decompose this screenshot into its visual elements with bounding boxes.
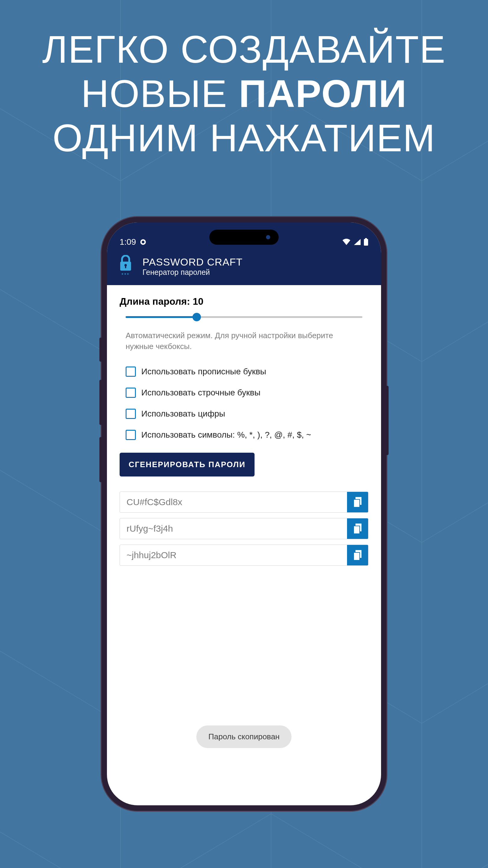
results-list: CU#fC$Gdl8x rUfyg~f3j4h ~jhhuj2bOlR <box>120 492 368 566</box>
svg-rect-12 <box>354 553 360 560</box>
checkbox-box[interactable] <box>126 430 136 440</box>
signal-icon <box>353 239 361 246</box>
checkbox-label: Использовать строчные буквы <box>141 388 261 398</box>
phone-power-button <box>386 386 389 455</box>
phone-volume-down <box>99 437 102 482</box>
headline-line-2: НОВЫЕ ПАРОЛИ <box>0 71 488 116</box>
copy-icon <box>352 496 363 508</box>
result-password[interactable]: rUfyg~f3j4h <box>120 518 347 539</box>
battery-icon <box>364 238 368 246</box>
wifi-icon <box>342 239 351 246</box>
svg-rect-6 <box>125 266 126 268</box>
promo-headline: ЛЕГКО СОЗДАВАЙТЕ НОВЫЕ ПАРОЛИ ОДНИМ НАЖА… <box>0 27 488 160</box>
status-app-icon <box>140 239 147 245</box>
generate-button[interactable]: СГЕНЕРИРОВАТЬ ПАРОЛИ <box>120 453 255 476</box>
headline-line-1: ЛЕГКО СОЗДАВАЙТЕ <box>0 27 488 71</box>
svg-rect-3 <box>364 239 368 246</box>
toast-notification: Пароль скопирован <box>196 725 292 748</box>
app-header: *** PASSWORD CRAFT Генератор паролей <box>107 253 381 285</box>
app-subtitle: Генератор паролей <box>142 268 243 277</box>
checkbox-lowercase[interactable]: Использовать строчные буквы <box>120 382 368 403</box>
result-row: CU#fC$Gdl8x <box>120 492 368 513</box>
copy-button[interactable] <box>347 545 368 565</box>
copy-icon <box>352 523 363 534</box>
mode-hint: Автоматический режим. Для ручной настрой… <box>126 330 362 352</box>
phone-frame: 1:09 *** PASSWORD CRAFT Г <box>101 217 387 811</box>
copy-icon <box>352 550 363 561</box>
result-password[interactable]: CU#fC$Gdl8x <box>120 492 347 513</box>
checkbox-box[interactable] <box>126 367 136 377</box>
checkbox-symbols[interactable]: Использовать символы: %, *, ), ?, @, #, … <box>120 424 368 445</box>
length-slider[interactable] <box>126 316 362 318</box>
result-password[interactable]: ~jhhuj2bOlR <box>120 545 347 565</box>
svg-rect-2 <box>365 238 367 239</box>
checkbox-label: Использовать прописные буквы <box>141 367 266 376</box>
checkbox-box[interactable] <box>126 409 136 419</box>
phone-volume-up <box>99 380 102 425</box>
svg-rect-10 <box>354 526 360 534</box>
result-row: ~jhhuj2bOlR <box>120 545 368 566</box>
checkbox-box[interactable] <box>126 388 136 398</box>
main-content: Длина пароля: 10 Автоматический режим. Д… <box>107 285 381 582</box>
lock-icon: *** <box>117 255 135 278</box>
result-row: rUfyg~f3j4h <box>120 518 368 539</box>
svg-point-1 <box>141 241 144 243</box>
status-time: 1:09 <box>120 237 136 247</box>
checkbox-label: Использовать цифры <box>141 409 225 418</box>
phone-notch <box>209 230 279 245</box>
headline-line-3: ОДНИМ НАЖАТИЕМ <box>0 116 488 160</box>
checkbox-uppercase[interactable]: Использовать прописные буквы <box>120 361 368 382</box>
slider-thumb[interactable] <box>193 313 201 321</box>
svg-rect-8 <box>354 499 360 507</box>
password-length-label: Длина пароля: 10 <box>120 296 368 307</box>
copy-button[interactable] <box>347 492 368 513</box>
app-title: PASSWORD CRAFT <box>142 256 243 268</box>
checkbox-digits[interactable]: Использовать цифры <box>120 403 368 424</box>
phone-side-button <box>99 338 102 362</box>
slider-fill <box>126 316 197 318</box>
copy-button[interactable] <box>347 518 368 539</box>
phone-screen: 1:09 *** PASSWORD CRAFT Г <box>107 222 381 805</box>
checkbox-label: Использовать символы: %, *, ), ?, @, #, … <box>141 430 311 440</box>
